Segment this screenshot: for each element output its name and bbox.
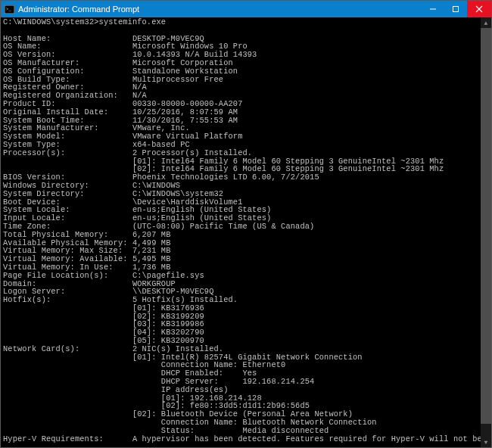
cmd-icon: >_ <box>4 4 14 14</box>
terminal-output[interactable]: C:\WINDOWS\system32>systeminfo.exe Host … <box>1 17 491 447</box>
window-controls <box>422 1 491 17</box>
svg-rect-3 <box>453 7 459 12</box>
scrollbar[interactable]: ▲ ▼ <box>481 17 491 447</box>
close-icon <box>475 5 483 13</box>
minimize-button[interactable] <box>422 1 444 17</box>
window-title: Administrator: Command Prompt <box>18 5 422 14</box>
command-prompt-window: >_ Administrator: Command Prompt C:\WIND… <box>0 0 492 448</box>
scrollbar-thumb[interactable] <box>481 28 491 424</box>
maximize-button[interactable] <box>444 1 467 17</box>
titlebar[interactable]: >_ Administrator: Command Prompt <box>1 1 491 17</box>
scroll-up-icon[interactable]: ▲ <box>481 17 491 28</box>
maximize-icon <box>452 5 459 13</box>
svg-text:>_: >_ <box>6 7 11 11</box>
minimize-icon <box>429 5 437 13</box>
scroll-down-icon[interactable]: ▼ <box>481 437 491 447</box>
close-button[interactable] <box>467 1 491 17</box>
